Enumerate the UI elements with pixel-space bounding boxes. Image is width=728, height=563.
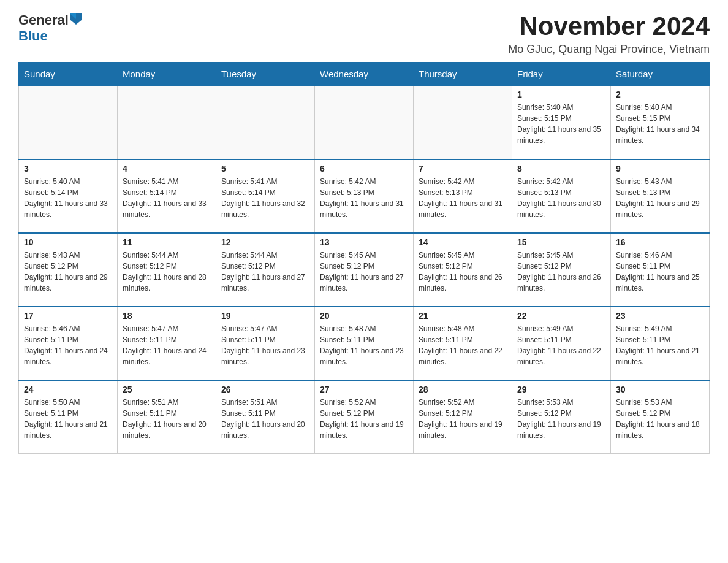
table-row: 20Sunrise: 5:48 AMSunset: 5:11 PMDayligh… bbox=[315, 307, 414, 380]
table-row: 19Sunrise: 5:47 AMSunset: 5:11 PMDayligh… bbox=[216, 307, 315, 380]
calendar-week-row: 3Sunrise: 5:40 AMSunset: 5:14 PMDaylight… bbox=[19, 159, 710, 233]
day-number: 27 bbox=[320, 385, 408, 394]
logo-general-text: General bbox=[18, 12, 69, 28]
table-row: 5Sunrise: 5:41 AMSunset: 5:14 PMDaylight… bbox=[216, 159, 315, 233]
day-number: 10 bbox=[24, 237, 112, 247]
table-row: 12Sunrise: 5:44 AMSunset: 5:12 PMDayligh… bbox=[216, 233, 315, 307]
table-row: 21Sunrise: 5:48 AMSunset: 5:11 PMDayligh… bbox=[414, 307, 512, 380]
day-info: Sunrise: 5:42 AMSunset: 5:13 PMDaylight:… bbox=[320, 176, 408, 220]
table-row: 11Sunrise: 5:44 AMSunset: 5:12 PMDayligh… bbox=[118, 233, 216, 307]
day-info: Sunrise: 5:43 AMSunset: 5:12 PMDaylight:… bbox=[24, 250, 112, 294]
table-row: 9Sunrise: 5:43 AMSunset: 5:13 PMDaylight… bbox=[611, 159, 710, 233]
day-number: 14 bbox=[419, 237, 507, 247]
table-row: 24Sunrise: 5:50 AMSunset: 5:11 PMDayligh… bbox=[19, 380, 118, 454]
day-number: 3 bbox=[24, 164, 112, 174]
col-thursday: Thursday bbox=[414, 63, 512, 86]
table-row: 1Sunrise: 5:40 AMSunset: 5:15 PMDaylight… bbox=[512, 86, 611, 159]
table-row bbox=[118, 86, 216, 159]
table-row: 15Sunrise: 5:45 AMSunset: 5:12 PMDayligh… bbox=[512, 233, 611, 307]
table-row: 26Sunrise: 5:51 AMSunset: 5:11 PMDayligh… bbox=[216, 380, 315, 454]
day-info: Sunrise: 5:48 AMSunset: 5:11 PMDaylight:… bbox=[320, 323, 408, 367]
calendar-week-row: 24Sunrise: 5:50 AMSunset: 5:11 PMDayligh… bbox=[19, 380, 710, 454]
day-info: Sunrise: 5:49 AMSunset: 5:11 PMDaylight:… bbox=[616, 323, 704, 367]
day-number: 25 bbox=[123, 385, 211, 394]
table-row: 16Sunrise: 5:46 AMSunset: 5:11 PMDayligh… bbox=[611, 233, 710, 307]
table-row: 22Sunrise: 5:49 AMSunset: 5:11 PMDayligh… bbox=[512, 307, 611, 380]
day-info: Sunrise: 5:47 AMSunset: 5:11 PMDaylight:… bbox=[123, 323, 211, 367]
day-info: Sunrise: 5:51 AMSunset: 5:11 PMDaylight:… bbox=[221, 397, 309, 441]
day-info: Sunrise: 5:51 AMSunset: 5:11 PMDaylight:… bbox=[123, 397, 211, 441]
day-info: Sunrise: 5:42 AMSunset: 5:13 PMDaylight:… bbox=[419, 176, 507, 220]
table-row: 3Sunrise: 5:40 AMSunset: 5:14 PMDaylight… bbox=[19, 159, 118, 233]
logo-blue-text: Blue bbox=[18, 28, 48, 44]
day-number: 8 bbox=[517, 164, 605, 174]
day-number: 4 bbox=[123, 164, 211, 174]
day-number: 29 bbox=[517, 385, 605, 394]
table-row: 6Sunrise: 5:42 AMSunset: 5:13 PMDaylight… bbox=[315, 159, 414, 233]
day-number: 16 bbox=[616, 237, 704, 247]
col-wednesday: Wednesday bbox=[315, 63, 414, 86]
col-tuesday: Tuesday bbox=[216, 63, 315, 86]
day-info: Sunrise: 5:46 AMSunset: 5:11 PMDaylight:… bbox=[24, 323, 112, 367]
day-info: Sunrise: 5:41 AMSunset: 5:14 PMDaylight:… bbox=[221, 176, 309, 220]
page-subtitle: Mo GJuc, Quang Ngai Province, Vietnam bbox=[508, 43, 710, 56]
day-info: Sunrise: 5:52 AMSunset: 5:12 PMDaylight:… bbox=[419, 397, 507, 441]
day-info: Sunrise: 5:53 AMSunset: 5:12 PMDaylight:… bbox=[616, 397, 704, 441]
col-saturday: Saturday bbox=[611, 63, 710, 86]
table-row bbox=[315, 86, 414, 159]
table-row: 2Sunrise: 5:40 AMSunset: 5:15 PMDaylight… bbox=[611, 86, 710, 159]
day-number: 23 bbox=[616, 311, 704, 321]
day-info: Sunrise: 5:52 AMSunset: 5:12 PMDaylight:… bbox=[320, 397, 408, 441]
table-row: 10Sunrise: 5:43 AMSunset: 5:12 PMDayligh… bbox=[19, 233, 118, 307]
calendar-week-row: 17Sunrise: 5:46 AMSunset: 5:11 PMDayligh… bbox=[19, 307, 710, 380]
table-row: 4Sunrise: 5:41 AMSunset: 5:14 PMDaylight… bbox=[118, 159, 216, 233]
day-info: Sunrise: 5:40 AMSunset: 5:15 PMDaylight:… bbox=[616, 102, 704, 146]
day-info: Sunrise: 5:47 AMSunset: 5:11 PMDaylight:… bbox=[221, 323, 309, 367]
day-info: Sunrise: 5:42 AMSunset: 5:13 PMDaylight:… bbox=[517, 176, 605, 220]
day-number: 18 bbox=[123, 311, 211, 321]
table-row: 30Sunrise: 5:53 AMSunset: 5:12 PMDayligh… bbox=[611, 380, 710, 454]
day-number: 5 bbox=[221, 164, 309, 174]
day-number: 21 bbox=[419, 311, 507, 321]
day-number: 20 bbox=[320, 311, 408, 321]
day-number: 13 bbox=[320, 237, 408, 247]
table-row bbox=[19, 86, 118, 159]
table-row: 7Sunrise: 5:42 AMSunset: 5:13 PMDaylight… bbox=[414, 159, 512, 233]
table-row bbox=[216, 86, 315, 159]
table-row: 18Sunrise: 5:47 AMSunset: 5:11 PMDayligh… bbox=[118, 307, 216, 380]
day-number: 7 bbox=[419, 164, 507, 174]
title-section: November 2024 Mo GJuc, Quang Ngai Provin… bbox=[508, 12, 710, 56]
day-info: Sunrise: 5:44 AMSunset: 5:12 PMDaylight:… bbox=[221, 250, 309, 294]
day-number: 12 bbox=[221, 237, 309, 247]
table-row: 13Sunrise: 5:45 AMSunset: 5:12 PMDayligh… bbox=[315, 233, 414, 307]
day-number: 19 bbox=[221, 311, 309, 321]
day-info: Sunrise: 5:43 AMSunset: 5:13 PMDaylight:… bbox=[616, 176, 704, 220]
day-info: Sunrise: 5:48 AMSunset: 5:11 PMDaylight:… bbox=[419, 323, 507, 367]
day-info: Sunrise: 5:45 AMSunset: 5:12 PMDaylight:… bbox=[320, 250, 408, 294]
calendar-week-row: 1Sunrise: 5:40 AMSunset: 5:15 PMDaylight… bbox=[19, 86, 710, 159]
day-info: Sunrise: 5:45 AMSunset: 5:12 PMDaylight:… bbox=[419, 250, 507, 294]
logo: General Blue bbox=[18, 12, 82, 44]
day-info: Sunrise: 5:40 AMSunset: 5:15 PMDaylight:… bbox=[517, 102, 605, 146]
day-number: 1 bbox=[517, 90, 605, 99]
table-row: 28Sunrise: 5:52 AMSunset: 5:12 PMDayligh… bbox=[414, 380, 512, 454]
day-info: Sunrise: 5:53 AMSunset: 5:12 PMDaylight:… bbox=[517, 397, 605, 441]
day-info: Sunrise: 5:40 AMSunset: 5:14 PMDaylight:… bbox=[24, 176, 112, 220]
col-friday: Friday bbox=[512, 63, 611, 86]
logo-flag-icon bbox=[70, 13, 82, 27]
page-title: November 2024 bbox=[508, 12, 710, 40]
day-number: 26 bbox=[221, 385, 309, 394]
day-number: 2 bbox=[616, 90, 704, 99]
day-info: Sunrise: 5:41 AMSunset: 5:14 PMDaylight:… bbox=[123, 176, 211, 220]
calendar-week-row: 10Sunrise: 5:43 AMSunset: 5:12 PMDayligh… bbox=[19, 233, 710, 307]
day-info: Sunrise: 5:50 AMSunset: 5:11 PMDaylight:… bbox=[24, 397, 112, 441]
day-number: 6 bbox=[320, 164, 408, 174]
day-number: 28 bbox=[419, 385, 507, 394]
day-number: 9 bbox=[616, 164, 704, 174]
table-row: 25Sunrise: 5:51 AMSunset: 5:11 PMDayligh… bbox=[118, 380, 216, 454]
table-row: 27Sunrise: 5:52 AMSunset: 5:12 PMDayligh… bbox=[315, 380, 414, 454]
table-row: 29Sunrise: 5:53 AMSunset: 5:12 PMDayligh… bbox=[512, 380, 611, 454]
col-monday: Monday bbox=[118, 63, 216, 86]
col-sunday: Sunday bbox=[19, 63, 118, 86]
day-info: Sunrise: 5:46 AMSunset: 5:11 PMDaylight:… bbox=[616, 250, 704, 294]
